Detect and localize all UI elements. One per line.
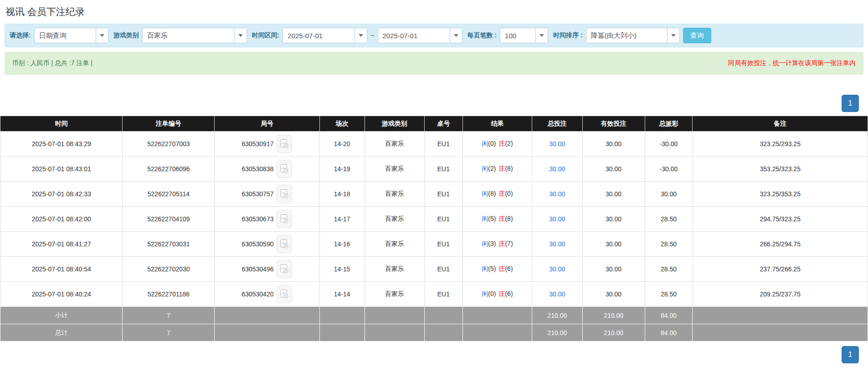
result-player-score: (0) <box>488 290 496 297</box>
result-banker-score: (8) <box>505 215 513 222</box>
result-banker-label: 庄 <box>498 140 505 147</box>
cell-bet-number: 522622706096 <box>123 157 215 182</box>
game-type-select[interactable]: 百家乐 <box>142 28 247 43</box>
video-replay-button[interactable] <box>277 260 292 278</box>
header-cell: 结果 <box>462 116 532 132</box>
footer-cell <box>425 324 463 341</box>
header-cell: 游戏类别 <box>365 116 424 132</box>
pagination-bottom-page-1-button[interactable]: 1 <box>842 346 859 363</box>
cell-valid-bet: 30.00 <box>582 282 645 307</box>
game-type-label: 游戏类别 <box>113 31 139 40</box>
round-number: 630530673 <box>241 215 273 223</box>
cell-total-bet: 30.00 <box>532 207 582 232</box>
footer-cell: 小计 <box>0 307 123 324</box>
range-separator: ~ <box>370 32 374 39</box>
video-replay-button[interactable] <box>277 235 292 253</box>
video-replay-button[interactable] <box>277 185 292 203</box>
round-number: 630530496 <box>241 265 273 273</box>
footer-cell <box>319 324 365 341</box>
table-foot: 小计7210.00210.0084.00总计7210.00210.0084.00 <box>0 307 868 341</box>
search-button[interactable]: 查询 <box>683 28 711 43</box>
total-bet-link[interactable]: 30.00 <box>549 165 565 173</box>
cell-bet-number: 522622703031 <box>123 232 215 257</box>
cell-payout: -30.00 <box>645 132 693 157</box>
cell-remark: 323.25/293.25 <box>693 132 868 157</box>
cell-total-bet: 30.00 <box>532 157 582 182</box>
result-banker-label: 庄 <box>498 240 505 247</box>
cell-valid-bet: 30.00 <box>582 182 645 207</box>
cell-round: 630530917 <box>215 132 319 157</box>
page-title: 视讯 会员下注纪录 <box>0 0 868 22</box>
cell-bet-number: 522622705114 <box>123 182 215 207</box>
total-bet-link[interactable]: 30.00 <box>549 215 565 223</box>
time-sort-value: 降冪(由大到小) <box>586 31 667 40</box>
pagination-top-page-1-button[interactable]: 1 <box>842 95 859 112</box>
chevron-down-icon <box>354 28 367 43</box>
footer-cell <box>319 307 365 324</box>
total-bet-link[interactable]: 30.00 <box>549 265 565 273</box>
cell-result: 闲(5)庄(6) <box>462 257 532 282</box>
query-type-select[interactable]: 日期查询 <box>34 28 108 43</box>
cell-session: 14-19 <box>319 157 365 182</box>
time-sort-label: 时间排序 : <box>553 31 583 40</box>
summary-notice: 同局有效投注，统一计算在该局第一张注单内 <box>728 59 856 67</box>
query-type-value: 日期查询 <box>35 31 96 40</box>
total-bet-link[interactable]: 30.00 <box>549 140 565 148</box>
table-row: 2025-07-01 08:40:54 522622702030 6305304… <box>0 257 868 282</box>
cell-valid-bet: 30.00 <box>582 157 645 182</box>
video-replay-button[interactable] <box>277 210 292 228</box>
header-cell: 桌号 <box>425 116 463 132</box>
result-banker-label: 庄 <box>498 290 505 297</box>
total-bet-link[interactable]: 30.00 <box>549 190 565 198</box>
cell-time: 2025-07-01 08:40:24 <box>0 282 123 307</box>
cell-time: 2025-07-01 08:42:33 <box>0 182 123 207</box>
cell-total-bet: 30.00 <box>532 257 582 282</box>
result-banker-label: 庄 <box>498 190 505 197</box>
cell-total-bet: 30.00 <box>532 132 582 157</box>
cell-payout: 28.50 <box>645 207 693 232</box>
result-player-score: (2) <box>488 165 496 172</box>
footer-cell: 7 <box>123 307 215 324</box>
video-replay-button[interactable] <box>277 160 292 178</box>
cell-bet-number: 522622704109 <box>123 207 215 232</box>
cell-session: 14-14 <box>319 282 365 307</box>
cell-result: 闲(5)庄(8) <box>462 207 532 232</box>
video-replay-button[interactable] <box>277 135 292 153</box>
cell-result: 闲(8)庄(0) <box>462 182 532 207</box>
header-cell: 有效投注 <box>582 116 645 132</box>
header-cell: 总投注 <box>532 116 582 132</box>
cell-valid-bet: 30.00 <box>582 207 645 232</box>
result-banker-label: 庄 <box>498 165 505 172</box>
cell-table-number: EU1 <box>425 207 463 232</box>
cell-payout: 28.50 <box>645 232 693 257</box>
footer-cell <box>215 307 319 324</box>
chevron-down-icon <box>234 28 247 43</box>
cell-table-number: EU1 <box>425 232 463 257</box>
table-row: 2025-07-01 08:43:29 522622707003 6305309… <box>0 132 868 157</box>
total-bet-link[interactable]: 30.00 <box>549 290 565 298</box>
cell-remark: 237.75/266.25 <box>693 257 868 282</box>
table-row: 2025-07-01 08:42:00 522622704109 6305306… <box>0 207 868 232</box>
date-from-select[interactable]: 2025-07-01 <box>282 28 367 43</box>
result-player-label: 闲 <box>482 190 488 197</box>
page: 视讯 会员下注纪录 请选择: 日期查询 游戏类别 百家乐 时间区间: 2025-… <box>0 0 868 372</box>
video-file-icon <box>280 264 289 274</box>
total-bet-link[interactable]: 30.00 <box>549 240 565 248</box>
video-file-icon <box>280 214 289 224</box>
summary-bar: 币别 : 人民币 | 总共 :7 注单 | 同局有效投注，统一计算在该局第一张注… <box>5 52 863 75</box>
cell-payout: -30.00 <box>645 157 693 182</box>
cell-payout: 28.50 <box>645 282 693 307</box>
page-size-select[interactable]: 100 <box>500 28 548 43</box>
result-player-label: 闲 <box>482 140 488 147</box>
footer-cell: 210.00 <box>582 324 645 341</box>
time-sort-select[interactable]: 降冪(由大到小) <box>586 28 680 43</box>
video-file-icon <box>280 289 289 299</box>
header-cell: 备注 <box>693 116 868 132</box>
game-type-value: 百家乐 <box>143 31 234 40</box>
header-cell: 时间 <box>0 116 123 132</box>
video-file-icon <box>280 164 289 174</box>
video-replay-button[interactable] <box>277 285 292 303</box>
cell-total-bet: 30.00 <box>532 232 582 257</box>
date-to-select[interactable]: 2025-07-01 <box>378 28 462 43</box>
chevron-down-icon <box>96 28 108 43</box>
